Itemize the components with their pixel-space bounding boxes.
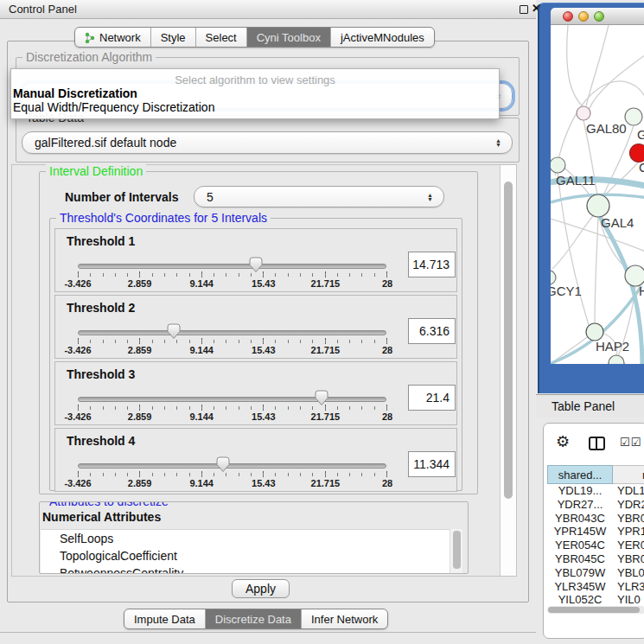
table-row[interactable]: YLR345W YLR3 (547, 580, 644, 594)
table-row[interactable]: YBR043C YBR0 (547, 512, 644, 526)
threshold-1-value-field[interactable]: 14.713 (408, 252, 456, 277)
table-row[interactable]: YBR045C YBR0 (547, 552, 644, 566)
list-item[interactable]: SelfLoops (41, 530, 450, 547)
scale-tick-label: 9.144 (189, 411, 214, 422)
cell[interactable]: YBL079W (547, 566, 613, 580)
table-row[interactable]: YIL052C YIL0 (547, 593, 644, 607)
table-data-combobox[interactable]: galFiltered.sif default node ▲▼ (22, 131, 513, 154)
scrollbar-thumb[interactable] (548, 607, 640, 613)
threshold-2-slider-track[interactable] (78, 330, 386, 335)
threshold-1-slider-track[interactable] (78, 264, 386, 269)
table-horizontal-scrollbar[interactable] (547, 606, 644, 614)
cell[interactable]: YER0 (613, 539, 644, 552)
cell[interactable]: YBR0 (613, 512, 644, 526)
cell[interactable]: YBR0 (613, 552, 644, 566)
node-label-gal11: GAL11 (556, 173, 596, 188)
tab-cyni-toolbox[interactable]: Cyni Toolbox (246, 28, 330, 47)
cell[interactable]: YLR3 (613, 580, 644, 594)
cell[interactable]: YDR27... (547, 498, 613, 512)
tab-discretize-data-label: Discretize Data (215, 613, 291, 626)
network-view-window[interactable]: GAL80 GA C GAL11 GAL4 GCY1 H HAP2 (538, 3, 644, 393)
cell[interactable]: YER054C (547, 539, 613, 552)
zoom-traffic-light-icon[interactable] (594, 11, 604, 22)
num-intervals-spinner[interactable]: 5 ▲▼ (194, 186, 444, 207)
cell[interactable]: YPR1 (613, 525, 644, 539)
node-gcy1[interactable] (551, 271, 556, 284)
cell[interactable]: YBR045C (547, 552, 613, 566)
threshold-1-slider-thumb[interactable] (249, 257, 263, 273)
tab-impute-data[interactable]: Impute Data (124, 609, 205, 628)
cell[interactable]: YDR2 (613, 498, 644, 512)
column-header-shared[interactable]: shared... (547, 465, 613, 484)
apply-button[interactable]: Apply (232, 579, 290, 598)
table-row[interactable]: YER054C YER0 (547, 539, 644, 552)
columns-icon[interactable] (589, 437, 605, 450)
node-label-clipped-c: C (639, 160, 644, 175)
algorithm-option-equal-width[interactable]: Equal Width/Frequency Discretization (13, 100, 499, 114)
scale-tick-label: 15.43 (252, 478, 276, 488)
threshold-4-value-field[interactable]: 11.344 (408, 451, 456, 477)
bottom-tab-bar: Impute Data Discretize Data Infer Networ… (124, 609, 388, 629)
gear-icon[interactable]: ⚙ (556, 434, 570, 450)
node-label-gcy1: GCY1 (551, 284, 582, 298)
tab-style[interactable]: Style (150, 28, 195, 47)
slider-ticks (78, 273, 387, 277)
cell[interactable]: YDL19... (547, 484, 613, 498)
settings-vertical-scrollbar[interactable] (500, 165, 517, 576)
attributes-groupbox: Attributes to discretize Numerical Attri… (39, 501, 469, 574)
close-traffic-light-icon[interactable] (563, 11, 573, 22)
table-row[interactable]: YPR145W YPR1 (547, 525, 644, 539)
cell[interactable]: YLR345W (547, 580, 613, 594)
network-window-titlebar[interactable] (551, 8, 644, 25)
select-columns-checkboxes-icon[interactable]: ☑☑ (620, 436, 641, 449)
float-window-icon[interactable] (520, 5, 528, 14)
cell[interactable]: YBR043C (547, 512, 613, 526)
cell[interactable]: YBL0 (613, 566, 644, 580)
slider-scale: -3.426 2.859 9.144 15.43 21.715 28 (78, 411, 387, 422)
minimize-traffic-light-icon[interactable] (578, 11, 589, 22)
node-bottom[interactable] (609, 355, 624, 364)
algorithm-placeholder-option[interactable]: Select algorithm to view settings (11, 73, 499, 86)
table-row[interactable]: YBL079W YBL0 (547, 566, 644, 580)
threshold-3-value-field[interactable]: 21.4 (408, 385, 456, 411)
threshold-2-slider-thumb[interactable] (167, 323, 181, 340)
network-canvas[interactable]: GAL80 GA C GAL11 GAL4 GCY1 H HAP2 (551, 25, 644, 364)
scale-tick-label: -3.426 (64, 278, 91, 289)
tab-infer-network[interactable]: Infer Network (301, 609, 387, 628)
column-header-name[interactable]: n (613, 465, 644, 484)
threshold-3-slider-thumb[interactable] (315, 390, 328, 406)
tab-network[interactable]: Network (75, 28, 150, 47)
node-table: shared... n YDL19... YDL1 YDR27... YDR2 … (547, 465, 644, 607)
threshold-4-slider-thumb[interactable] (216, 456, 230, 473)
scale-tick-label: 21.715 (311, 411, 341, 422)
tab-discretize-data[interactable]: Discretize Data (205, 609, 301, 628)
tab-infer-network-label: Infer Network (311, 613, 378, 626)
table-row[interactable]: YDR27... YDR2 (547, 498, 644, 512)
node-gal4[interactable] (587, 194, 609, 217)
tab-select[interactable]: Select (195, 28, 246, 47)
cell[interactable]: YIL052C (547, 593, 613, 607)
scrollbar-thumb[interactable] (504, 182, 513, 499)
threshold-3-slider-track[interactable] (78, 397, 386, 402)
list-item[interactable]: TopologicalCoefficient (41, 547, 450, 564)
tab-jactivemnodules[interactable]: jActiveMNodules (330, 28, 434, 47)
node-gal80[interactable] (577, 106, 590, 120)
algorithm-option-manual[interactable]: Manual Discretization (13, 86, 499, 100)
attributes-list-scrollbar[interactable] (450, 529, 462, 573)
cell[interactable]: YIL0 (613, 593, 644, 607)
threshold-4-box: Threshold 4 -3.426 2.859 9.144 15.43 21.… (54, 428, 457, 492)
scale-tick-label: 28 (382, 478, 392, 488)
node-gal11[interactable] (551, 157, 565, 173)
table-panel-title: Table Panel (552, 399, 615, 413)
cell[interactable]: YPR145W (547, 525, 613, 539)
node-hap2[interactable] (586, 323, 603, 341)
node-green[interactable] (625, 108, 642, 125)
threshold-4-slider-track[interactable] (78, 463, 386, 469)
network-icon (85, 32, 95, 43)
scrollbar-thumb[interactable] (453, 531, 461, 569)
threshold-2-value-field[interactable]: 6.316 (408, 318, 456, 344)
list-item[interactable]: BetweennessCentrality (41, 564, 450, 573)
table-row[interactable]: YDL19... YDL1 (547, 484, 644, 498)
scale-tick-label: 21.715 (311, 345, 341, 355)
cell[interactable]: YDL1 (613, 484, 644, 498)
